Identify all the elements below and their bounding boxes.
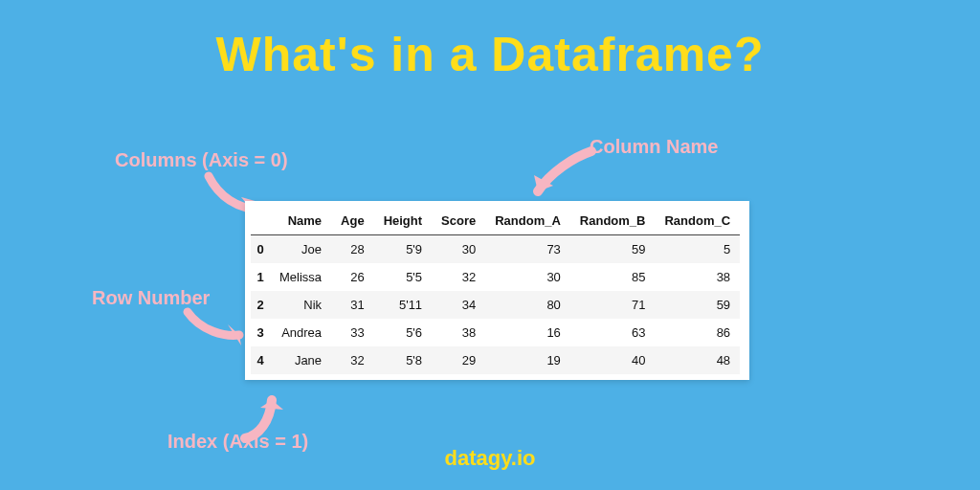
annotation-column-name: Column Name <box>590 136 718 158</box>
row-index: 1 <box>251 263 270 291</box>
cell: 34 <box>432 291 485 319</box>
row-index: 2 <box>251 291 270 319</box>
cell: Jane <box>270 346 331 374</box>
cell: Nik <box>270 291 331 319</box>
row-index: 3 <box>251 319 270 346</box>
cell: 5 <box>655 235 740 264</box>
cell: 63 <box>570 319 656 346</box>
cell: 32 <box>331 346 374 374</box>
cell: 31 <box>331 291 374 319</box>
table-row: 3 Andrea 33 5'6 38 16 63 86 <box>251 319 740 346</box>
table-row: 4 Jane 32 5'8 29 19 40 48 <box>251 346 740 374</box>
arrow-icon <box>235 383 302 450</box>
cell: 59 <box>570 235 656 264</box>
cell: 85 <box>570 263 656 291</box>
cell: 5'6 <box>374 319 432 346</box>
cell: 30 <box>432 235 485 264</box>
column-header: Height <box>374 207 432 235</box>
column-header: Score <box>432 207 485 235</box>
cell: 28 <box>331 235 374 264</box>
cell: 71 <box>570 291 656 319</box>
footer-brand: datagy.io <box>0 446 980 471</box>
column-header: Random_B <box>570 207 656 235</box>
table-row: 1 Melissa 26 5'5 32 30 85 38 <box>251 263 740 291</box>
column-header: Name <box>270 207 331 235</box>
cell: 5'8 <box>374 346 432 374</box>
cell: 29 <box>432 346 485 374</box>
cell: 38 <box>655 263 740 291</box>
row-index: 4 <box>251 346 270 374</box>
cell: 86 <box>655 319 740 346</box>
row-index: 0 <box>251 235 270 264</box>
cell: Andrea <box>270 319 331 346</box>
page-title: What's in a Dataframe? <box>0 27 980 82</box>
cell: Melissa <box>270 263 331 291</box>
cell: 59 <box>655 291 740 319</box>
cell: 16 <box>485 319 570 346</box>
cell: 48 <box>655 346 740 374</box>
cell: 5'9 <box>374 235 432 264</box>
cell: 32 <box>432 263 485 291</box>
cell: Joe <box>270 235 331 264</box>
table-header-row: Name Age Height Score Random_A Random_B … <box>251 207 740 235</box>
svg-marker-3 <box>260 400 283 410</box>
table-corner <box>251 207 270 235</box>
column-header: Random_C <box>655 207 740 235</box>
column-header: Random_A <box>485 207 570 235</box>
annotation-columns-axis: Columns (Axis = 0) <box>115 149 288 171</box>
cell: 80 <box>485 291 570 319</box>
cell: 5'11 <box>374 291 432 319</box>
cell: 33 <box>331 319 374 346</box>
table-row: 2 Nik 31 5'11 34 80 71 59 <box>251 291 740 319</box>
cell: 19 <box>485 346 570 374</box>
cell: 30 <box>485 263 570 291</box>
table-row: 0 Joe 28 5'9 30 73 59 5 <box>251 235 740 264</box>
cell: 40 <box>570 346 656 374</box>
cell: 38 <box>432 319 485 346</box>
cell: 73 <box>485 235 570 264</box>
column-header: Age <box>331 207 374 235</box>
cell: 26 <box>331 263 374 291</box>
cell: 5'5 <box>374 263 432 291</box>
dataframe-table: Name Age Height Score Random_A Random_B … <box>245 201 749 380</box>
